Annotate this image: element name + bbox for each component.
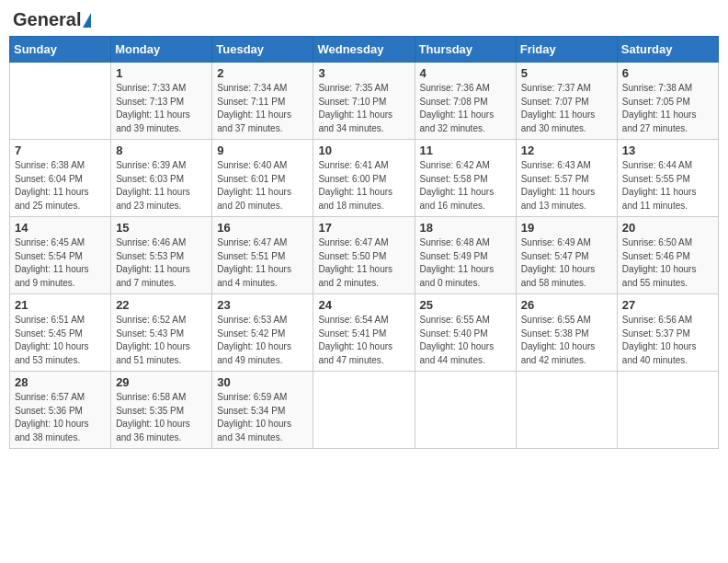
day-number: 7: [15, 144, 106, 157]
calendar-cell: [415, 372, 516, 449]
calendar-cell: 10Sunrise: 6:41 AMSunset: 6:00 PMDayligh…: [313, 140, 415, 217]
day-info: Sunrise: 6:51 AMSunset: 5:45 PMDaylight:…: [15, 314, 106, 367]
calendar-cell: 7Sunrise: 6:38 AMSunset: 6:04 PMDaylight…: [10, 140, 111, 217]
day-number: 16: [217, 221, 308, 235]
calendar-cell: 22Sunrise: 6:52 AMSunset: 5:43 PMDayligh…: [111, 294, 212, 372]
calendar-header-monday: Monday: [111, 37, 212, 63]
calendar-week-row: 21Sunrise: 6:51 AMSunset: 5:45 PMDayligh…: [10, 294, 719, 372]
calendar-cell: 12Sunrise: 6:43 AMSunset: 5:57 PMDayligh…: [516, 140, 617, 217]
day-info: Sunrise: 6:47 AMSunset: 5:51 PMDaylight:…: [217, 236, 308, 290]
calendar-cell: 9Sunrise: 6:40 AMSunset: 6:01 PMDaylight…: [212, 140, 313, 217]
calendar-cell: 28Sunrise: 6:57 AMSunset: 5:36 PMDayligh…: [10, 372, 111, 449]
calendar-header-tuesday: Tuesday: [212, 37, 313, 63]
calendar-cell: 13Sunrise: 6:44 AMSunset: 5:55 PMDayligh…: [617, 140, 718, 217]
day-number: 8: [116, 144, 207, 157]
calendar-cell: [313, 372, 415, 449]
day-info: Sunrise: 7:36 AMSunset: 7:08 PMDaylight:…: [420, 82, 511, 135]
logo: General: [13, 9, 91, 29]
day-info: Sunrise: 6:59 AMSunset: 5:34 PMDaylight:…: [217, 391, 308, 444]
day-info: Sunrise: 6:46 AMSunset: 5:53 PMDaylight:…: [116, 236, 207, 290]
calendar-cell: 15Sunrise: 6:46 AMSunset: 5:53 PMDayligh…: [111, 217, 212, 294]
day-number: 15: [116, 221, 207, 235]
day-info: Sunrise: 7:37 AMSunset: 7:07 PMDaylight:…: [521, 82, 612, 135]
calendar-cell: 11Sunrise: 6:42 AMSunset: 5:58 PMDayligh…: [415, 140, 516, 217]
day-number: 20: [622, 221, 713, 235]
calendar-table: SundayMondayTuesdayWednesdayThursdayFrid…: [9, 36, 719, 449]
day-info: Sunrise: 7:33 AMSunset: 7:13 PMDaylight:…: [116, 82, 207, 135]
calendar-cell: 1Sunrise: 7:33 AMSunset: 7:13 PMDaylight…: [111, 63, 212, 140]
calendar-week-row: 7Sunrise: 6:38 AMSunset: 6:04 PMDaylight…: [10, 140, 719, 217]
day-info: Sunrise: 6:45 AMSunset: 5:54 PMDaylight:…: [15, 236, 106, 290]
day-info: Sunrise: 6:50 AMSunset: 5:46 PMDaylight:…: [622, 236, 713, 290]
day-info: Sunrise: 6:52 AMSunset: 5:43 PMDaylight:…: [116, 314, 207, 367]
calendar-cell: 30Sunrise: 6:59 AMSunset: 5:34 PMDayligh…: [212, 372, 313, 449]
day-number: 1: [116, 66, 207, 80]
calendar-week-row: 28Sunrise: 6:57 AMSunset: 5:36 PMDayligh…: [10, 372, 719, 449]
calendar-cell: 24Sunrise: 6:54 AMSunset: 5:41 PMDayligh…: [313, 294, 415, 372]
day-info: Sunrise: 6:41 AMSunset: 6:00 PMDaylight:…: [318, 159, 409, 213]
day-number: 24: [318, 298, 409, 312]
calendar-header-wednesday: Wednesday: [313, 37, 415, 63]
calendar-cell: 26Sunrise: 6:55 AMSunset: 5:38 PMDayligh…: [516, 294, 617, 372]
calendar-header-thursday: Thursday: [415, 37, 516, 63]
logo-general-text: General: [13, 9, 81, 30]
calendar-cell: 29Sunrise: 6:58 AMSunset: 5:35 PMDayligh…: [111, 372, 212, 449]
day-number: 25: [420, 298, 511, 312]
day-number: 9: [217, 144, 308, 157]
day-number: 11: [420, 144, 511, 157]
day-info: Sunrise: 6:44 AMSunset: 5:55 PMDaylight:…: [622, 159, 713, 213]
calendar-cell: 23Sunrise: 6:53 AMSunset: 5:42 PMDayligh…: [212, 294, 313, 372]
day-number: 28: [15, 375, 106, 389]
calendar-week-row: 14Sunrise: 6:45 AMSunset: 5:54 PMDayligh…: [10, 217, 719, 294]
calendar-cell: 6Sunrise: 7:38 AMSunset: 7:05 PMDaylight…: [617, 63, 718, 140]
calendar-cell: 16Sunrise: 6:47 AMSunset: 5:51 PMDayligh…: [212, 217, 313, 294]
calendar-cell: [617, 372, 718, 449]
calendar-cell: 17Sunrise: 6:47 AMSunset: 5:50 PMDayligh…: [313, 217, 415, 294]
calendar-cell: 8Sunrise: 6:39 AMSunset: 6:03 PMDaylight…: [111, 140, 212, 217]
day-number: 10: [318, 144, 409, 157]
day-number: 26: [521, 298, 612, 312]
day-number: 23: [217, 298, 308, 312]
calendar-cell: [10, 63, 111, 140]
day-info: Sunrise: 6:42 AMSunset: 5:58 PMDaylight:…: [420, 159, 511, 213]
day-number: 18: [420, 221, 511, 235]
day-info: Sunrise: 6:39 AMSunset: 6:03 PMDaylight:…: [116, 159, 207, 213]
day-number: 3: [318, 66, 409, 80]
calendar-cell: 27Sunrise: 6:56 AMSunset: 5:37 PMDayligh…: [617, 294, 718, 372]
day-number: 27: [622, 298, 713, 312]
day-info: Sunrise: 6:47 AMSunset: 5:50 PMDaylight:…: [318, 236, 409, 290]
calendar-cell: 3Sunrise: 7:35 AMSunset: 7:10 PMDaylight…: [313, 63, 415, 140]
day-number: 2: [217, 66, 308, 80]
day-number: 17: [318, 221, 409, 235]
day-info: Sunrise: 6:55 AMSunset: 5:38 PMDaylight:…: [521, 314, 612, 367]
day-number: 29: [116, 375, 207, 389]
day-info: Sunrise: 6:40 AMSunset: 6:01 PMDaylight:…: [217, 159, 308, 213]
calendar-header-friday: Friday: [516, 37, 617, 63]
day-info: Sunrise: 6:54 AMSunset: 5:41 PMDaylight:…: [318, 314, 409, 367]
day-number: 12: [521, 144, 612, 157]
logo-triangle-icon: [83, 13, 91, 28]
day-info: Sunrise: 6:55 AMSunset: 5:40 PMDaylight:…: [420, 314, 511, 367]
calendar-cell: 20Sunrise: 6:50 AMSunset: 5:46 PMDayligh…: [617, 217, 718, 294]
day-info: Sunrise: 6:38 AMSunset: 6:04 PMDaylight:…: [15, 159, 106, 213]
calendar-cell: 14Sunrise: 6:45 AMSunset: 5:54 PMDayligh…: [10, 217, 111, 294]
day-info: Sunrise: 6:43 AMSunset: 5:57 PMDaylight:…: [521, 159, 612, 213]
day-info: Sunrise: 7:34 AMSunset: 7:11 PMDaylight:…: [217, 82, 308, 135]
day-number: 30: [217, 375, 308, 389]
calendar-cell: 4Sunrise: 7:36 AMSunset: 7:08 PMDaylight…: [415, 63, 516, 140]
calendar-cell: 19Sunrise: 6:49 AMSunset: 5:47 PMDayligh…: [516, 217, 617, 294]
calendar-cell: 25Sunrise: 6:55 AMSunset: 5:40 PMDayligh…: [415, 294, 516, 372]
day-info: Sunrise: 7:35 AMSunset: 7:10 PMDaylight:…: [318, 82, 409, 135]
calendar-cell: 5Sunrise: 7:37 AMSunset: 7:07 PMDaylight…: [516, 63, 617, 140]
day-info: Sunrise: 6:57 AMSunset: 5:36 PMDaylight:…: [15, 391, 106, 444]
day-number: 13: [622, 144, 713, 157]
day-number: 5: [521, 66, 612, 80]
day-number: 4: [420, 66, 511, 80]
calendar-header-sunday: Sunday: [10, 37, 111, 63]
day-number: 19: [521, 221, 612, 235]
day-info: Sunrise: 6:56 AMSunset: 5:37 PMDaylight:…: [622, 314, 713, 367]
calendar-cell: 18Sunrise: 6:48 AMSunset: 5:49 PMDayligh…: [415, 217, 516, 294]
day-info: Sunrise: 6:53 AMSunset: 5:42 PMDaylight:…: [217, 314, 308, 367]
day-number: 21: [15, 298, 106, 312]
calendar-week-row: 1Sunrise: 7:33 AMSunset: 7:13 PMDaylight…: [10, 63, 719, 140]
